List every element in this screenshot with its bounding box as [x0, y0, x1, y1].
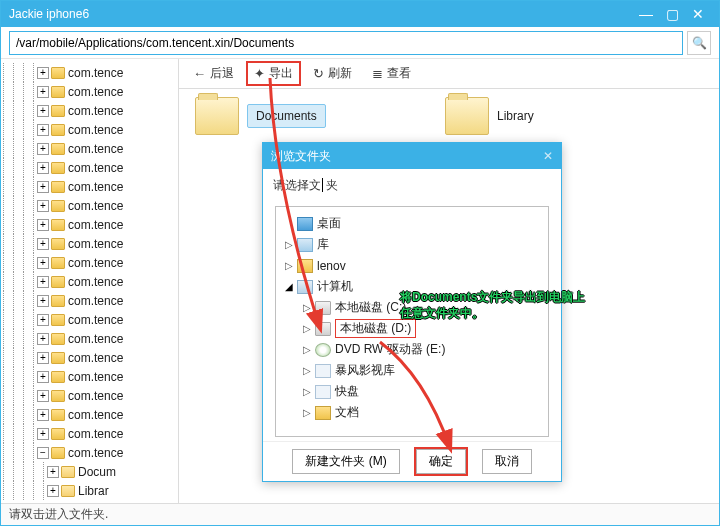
- export-label: 导出: [269, 65, 293, 82]
- path-input[interactable]: [9, 31, 683, 55]
- status-bar: 请双击进入文件夹.: [1, 503, 719, 525]
- refresh-icon: ↻: [313, 66, 324, 81]
- tree-item-label: com.tence: [68, 256, 123, 270]
- expand-icon[interactable]: +: [37, 333, 49, 345]
- tree-item[interactable]: +com.tence: [3, 386, 176, 405]
- tree-node-kuaipan[interactable]: ▷ 快盘: [280, 381, 544, 402]
- tree-item[interactable]: +com.tence: [3, 215, 176, 234]
- tree-item[interactable]: +com.tence: [3, 424, 176, 443]
- expand-icon[interactable]: +: [37, 200, 49, 212]
- tree-item-child[interactable]: +Librar: [3, 481, 176, 500]
- tree-item[interactable]: +com.tence: [3, 310, 176, 329]
- folder-icon: [51, 67, 65, 79]
- tree-item[interactable]: +com.tence: [3, 82, 176, 101]
- expand-icon[interactable]: +: [37, 67, 49, 79]
- expand-icon[interactable]: +: [37, 390, 49, 402]
- tree-item-label: com.tence: [68, 313, 123, 327]
- tree-item[interactable]: +com.tence: [3, 177, 176, 196]
- library-icon: [297, 238, 313, 252]
- folder-icon: [51, 447, 65, 459]
- sidebar-tree[interactable]: +com.tence+com.tence+com.tence+com.tence…: [1, 59, 179, 503]
- tree-node-baofeng[interactable]: ▷ 暴风影视库: [280, 360, 544, 381]
- tree-node-desktop[interactable]: 桌面: [280, 213, 544, 234]
- tree-node-libraries[interactable]: ▷ 库: [280, 234, 544, 255]
- expand-icon[interactable]: +: [37, 352, 49, 364]
- titlebar[interactable]: Jackie iphone6 — ▢ ✕: [1, 1, 719, 27]
- maximize-button[interactable]: ▢: [659, 6, 685, 22]
- folder-icon: [51, 238, 65, 250]
- expand-icon[interactable]: +: [37, 143, 49, 155]
- expand-icon[interactable]: +: [37, 238, 49, 250]
- tree-node-wendang[interactable]: ▷ 文档: [280, 402, 544, 423]
- expand-icon[interactable]: +: [37, 276, 49, 288]
- dialog-close-icon[interactable]: ✕: [543, 149, 553, 163]
- folder-icon: [51, 200, 65, 212]
- expand-icon[interactable]: +: [37, 314, 49, 326]
- minimize-button[interactable]: —: [633, 6, 659, 22]
- export-icon: ✦: [254, 66, 265, 81]
- tree-item-label: com.tence: [68, 85, 123, 99]
- refresh-button[interactable]: ↻ 刷新: [307, 63, 358, 84]
- new-folder-button[interactable]: 新建文件夹 (M): [292, 449, 399, 474]
- tree-item[interactable]: +com.tence: [3, 234, 176, 253]
- expand-icon[interactable]: +: [37, 181, 49, 193]
- tree-node-dvd[interactable]: ▷ DVD RW 驱动器 (E:): [280, 339, 544, 360]
- expand-icon[interactable]: +: [37, 428, 49, 440]
- tree-item-child[interactable]: +Docum: [3, 462, 176, 481]
- folder-documents[interactable]: Documents: [195, 97, 385, 135]
- expand-icon[interactable]: +: [37, 219, 49, 231]
- expand-icon[interactable]: +: [37, 105, 49, 117]
- export-button[interactable]: ✦ 导出: [248, 63, 299, 84]
- tree-item-label: com.tence: [68, 427, 123, 441]
- tree-item[interactable]: +com.tence: [3, 291, 176, 310]
- folder-icon: [51, 124, 65, 136]
- tree-item[interactable]: +com.tence: [3, 329, 176, 348]
- tree-item[interactable]: +com.tence: [3, 405, 176, 424]
- folder-icon: [297, 259, 313, 273]
- cancel-button[interactable]: 取消: [482, 449, 532, 474]
- back-button[interactable]: ← 后退: [187, 63, 240, 84]
- search-icon[interactable]: 🔍: [687, 31, 711, 55]
- folder-icon: [51, 295, 65, 307]
- dialog-titlebar[interactable]: 浏览文件夹 ✕: [263, 143, 561, 169]
- tree-item[interactable]: +com.tence: [3, 253, 176, 272]
- folder-library[interactable]: Library: [445, 97, 635, 135]
- tree-item[interactable]: +com.tence: [3, 196, 176, 215]
- computer-icon: [297, 280, 313, 294]
- expand-icon[interactable]: +: [47, 466, 59, 478]
- tree-item[interactable]: +com.tence: [3, 101, 176, 120]
- tree-item[interactable]: +com.tence: [3, 272, 176, 291]
- expand-icon[interactable]: +: [37, 409, 49, 421]
- tree-item-label: com.tence: [68, 351, 123, 365]
- folder-icon: [51, 219, 65, 231]
- tree-item-label: com.tence: [68, 218, 123, 232]
- tree-item[interactable]: +com.tence: [3, 367, 176, 386]
- close-button[interactable]: ✕: [685, 6, 711, 22]
- expand-icon[interactable]: +: [37, 295, 49, 307]
- tree-item[interactable]: +com.tence: [3, 158, 176, 177]
- expand-icon[interactable]: +: [37, 371, 49, 383]
- tree-item[interactable]: −com.tence: [3, 443, 176, 462]
- expand-icon[interactable]: +: [37, 124, 49, 136]
- tree-item[interactable]: +com.tence: [3, 348, 176, 367]
- tree-item[interactable]: +com.tence: [3, 63, 176, 82]
- desktop-icon: [297, 217, 313, 231]
- folder-icon: [445, 97, 489, 135]
- expand-icon[interactable]: +: [37, 257, 49, 269]
- view-label: 查看: [387, 65, 411, 82]
- expand-icon[interactable]: +: [37, 86, 49, 98]
- back-label: 后退: [210, 65, 234, 82]
- tree-item-label: com.tence: [68, 408, 123, 422]
- tree-item[interactable]: +com.tence: [3, 139, 176, 158]
- expand-icon[interactable]: +: [47, 485, 59, 497]
- expand-icon[interactable]: −: [37, 447, 49, 459]
- expand-icon[interactable]: +: [37, 162, 49, 174]
- tree-item[interactable]: +com.tence: [3, 120, 176, 139]
- view-button[interactable]: ≣ 查看: [366, 63, 417, 84]
- toolbar: ← 后退 ✦ 导出 ↻ 刷新 ≣ 查看: [179, 59, 719, 89]
- tree-item-label: com.tence: [68, 123, 123, 137]
- ok-button[interactable]: 确定: [416, 449, 466, 474]
- tree-node-lenovo[interactable]: ▷ lenov: [280, 255, 544, 276]
- folder-icon: [51, 352, 65, 364]
- drive-icon: [315, 322, 331, 336]
